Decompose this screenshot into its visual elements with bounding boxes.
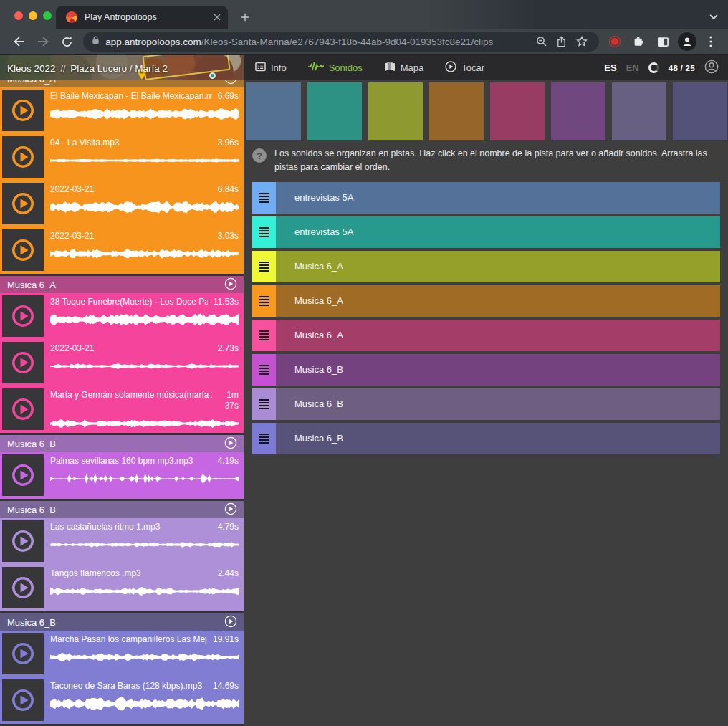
track-section-header[interactable]: Musica 6_B bbox=[0, 501, 244, 518]
tab-info[interactable]: Info bbox=[255, 62, 287, 74]
drag-handle-icon bbox=[259, 193, 269, 203]
audio-clip[interactable]: Las castañuelas ritmo 1.mp3 4.79s bbox=[0, 520, 244, 565]
share-icon[interactable] bbox=[552, 33, 572, 50]
track-drag-handle[interactable] bbox=[252, 354, 276, 386]
extensions-puzzle-icon[interactable] bbox=[629, 33, 649, 50]
clip-play-button[interactable] bbox=[2, 454, 44, 496]
tab-tocar[interactable]: Tocar bbox=[445, 61, 484, 75]
track-name-button[interactable]: Musica 6_B bbox=[276, 388, 720, 420]
track-name-button[interactable]: entrevistas 5A bbox=[276, 182, 720, 214]
audio-clip[interactable]: 04 - La Visita.mp3 3.96s bbox=[0, 136, 244, 181]
clip-title: Tangos flamencos .mp3 bbox=[50, 568, 212, 579]
track-name-button[interactable]: Musica 6_A bbox=[276, 285, 720, 317]
lang-en-button[interactable]: EN bbox=[626, 62, 639, 73]
track-row[interactable]: entrevistas 5A bbox=[252, 182, 720, 214]
clip-play-button[interactable] bbox=[2, 295, 44, 337]
clip-play-button[interactable] bbox=[2, 388, 44, 430]
audio-clip[interactable]: Marcha Pasan los campanilleros Las Mejor… bbox=[0, 633, 244, 677]
track-section-name[interactable]: Musica 6_B bbox=[7, 617, 56, 628]
track-section-header[interactable]: Musica 6_A bbox=[0, 276, 244, 293]
track-row[interactable]: Musica 6_A bbox=[252, 320, 720, 351]
track-row[interactable]: Musica 6_A bbox=[252, 285, 720, 317]
audio-clip[interactable]: Taconeo de Sara Baras (128 kbps).mp3 14.… bbox=[0, 679, 244, 724]
track-name-button[interactable]: entrevistas 5A bbox=[276, 216, 720, 248]
track-drag-handle[interactable] bbox=[252, 216, 276, 248]
clip-play-button[interactable] bbox=[2, 520, 44, 562]
audio-clip[interactable]: Tangos flamencos .mp3 2.44s bbox=[0, 567, 244, 611]
section-play-icon[interactable] bbox=[224, 615, 237, 630]
section-play-icon[interactable] bbox=[224, 277, 237, 292]
track-row[interactable]: entrevistas 5A bbox=[252, 216, 720, 248]
track-color-swatches bbox=[244, 80, 728, 140]
play-icon bbox=[10, 97, 36, 123]
tab-close-icon[interactable] bbox=[214, 14, 221, 21]
clip-play-button[interactable] bbox=[2, 90, 44, 131]
breadcrumb-project[interactable]: Kleos 2022 bbox=[7, 62, 56, 73]
window-zoom-button[interactable] bbox=[43, 11, 52, 20]
track-drag-handle[interactable] bbox=[252, 182, 276, 214]
browser-menu-kebab-icon[interactable] bbox=[701, 33, 721, 50]
track-drag-handle[interactable] bbox=[252, 251, 276, 282]
browser-tab[interactable]: Play Antropoloops bbox=[56, 6, 228, 29]
track-section-header[interactable]: Musica 6_B bbox=[0, 435, 244, 452]
audio-clip[interactable]: 2022-03-21 3.03s bbox=[0, 229, 244, 274]
track-drag-handle[interactable] bbox=[252, 320, 276, 351]
track-row[interactable]: Musica 6_B bbox=[252, 354, 720, 386]
track-name-button[interactable]: Musica 6_A bbox=[276, 320, 720, 351]
audio-clip[interactable]: El Baile Mexicapan - El Baile Mexicapan.… bbox=[0, 90, 244, 134]
track-section-header[interactable]: Musica 6_B bbox=[0, 613, 244, 631]
section-play-icon[interactable] bbox=[224, 80, 237, 87]
clip-title: María y Germán solamente música(maría 2.… bbox=[50, 390, 212, 401]
track-row[interactable]: Musica 6_A bbox=[252, 251, 720, 282]
window-close-button[interactable] bbox=[14, 11, 23, 20]
track-list: entrevistas 5A entrevistas 5A Musica 6_A… bbox=[252, 182, 720, 454]
track-drag-handle[interactable] bbox=[252, 423, 276, 454]
audio-clip[interactable]: 2022-03-21 2.73s bbox=[0, 342, 244, 386]
track-row[interactable]: Musica 6_B bbox=[252, 423, 720, 454]
lang-es-button[interactable]: ES bbox=[604, 62, 616, 73]
breadcrumb-page[interactable]: Plaza Lucero / María 2 bbox=[70, 62, 168, 73]
track-section-name[interactable]: Musica 6_A bbox=[7, 280, 56, 290]
audio-clip[interactable]: María y Germán solamente música(maría 2.… bbox=[0, 388, 244, 433]
clip-play-button[interactable] bbox=[2, 342, 44, 383]
track-section-name[interactable]: Musica 6_B bbox=[7, 505, 56, 515]
bookmark-star-icon[interactable] bbox=[572, 33, 592, 50]
track-section-name[interactable]: Musica 6_B bbox=[7, 439, 56, 449]
clip-title: 2022-03-21 bbox=[50, 231, 212, 242]
tab-sonidos[interactable]: Sonidos bbox=[308, 62, 363, 74]
section-play-icon[interactable] bbox=[224, 502, 237, 517]
account-icon[interactable] bbox=[704, 59, 719, 77]
track-drag-handle[interactable] bbox=[252, 388, 276, 420]
clip-play-button[interactable] bbox=[2, 567, 44, 608]
audio-clip[interactable]: 38 Toque Funebre(Muerte) - Los Doce Par.… bbox=[0, 295, 244, 340]
track-section-header[interactable]: Musica 6_A bbox=[0, 80, 244, 87]
back-button[interactable] bbox=[7, 32, 31, 52]
track-name-button[interactable]: Musica 6_B bbox=[276, 423, 720, 454]
section-play-icon[interactable] bbox=[224, 436, 237, 452]
track-row[interactable]: Musica 6_B bbox=[252, 388, 720, 420]
forward-button[interactable] bbox=[31, 32, 54, 52]
url-bar[interactable]: app.antropoloops.com/Kleos-Santa-Marina/… bbox=[83, 32, 599, 52]
profile-avatar[interactable] bbox=[678, 32, 696, 51]
track-drag-handle[interactable] bbox=[252, 285, 276, 317]
tab-search-chevron-icon[interactable] bbox=[709, 10, 718, 23]
record-extension-icon[interactable] bbox=[605, 33, 625, 50]
play-icon bbox=[10, 303, 36, 329]
clip-waveform bbox=[50, 414, 239, 433]
track-name-button[interactable]: Musica 6_B bbox=[276, 354, 720, 386]
new-tab-button[interactable] bbox=[236, 9, 254, 26]
clip-play-button[interactable] bbox=[2, 679, 44, 721]
clip-play-button[interactable] bbox=[2, 633, 44, 674]
track-name-button[interactable]: Musica 6_A bbox=[276, 251, 720, 282]
audio-clip[interactable]: 2022-03-21 6.84s bbox=[0, 183, 244, 227]
audio-clip[interactable]: Palmas sevillanas 160 bpm mp3.mp3 4.19s bbox=[0, 454, 244, 499]
clip-play-button[interactable] bbox=[2, 136, 44, 178]
tab-mapa[interactable]: Mapa bbox=[384, 62, 424, 74]
clip-play-button[interactable] bbox=[2, 183, 44, 224]
window-minimize-button[interactable] bbox=[29, 11, 37, 20]
zoom-out-icon[interactable] bbox=[532, 33, 552, 50]
reload-button[interactable] bbox=[55, 32, 79, 52]
side-panel-icon[interactable] bbox=[653, 33, 674, 50]
track-section-name[interactable]: Musica 6_A bbox=[7, 80, 56, 85]
clip-play-button[interactable] bbox=[2, 229, 44, 271]
